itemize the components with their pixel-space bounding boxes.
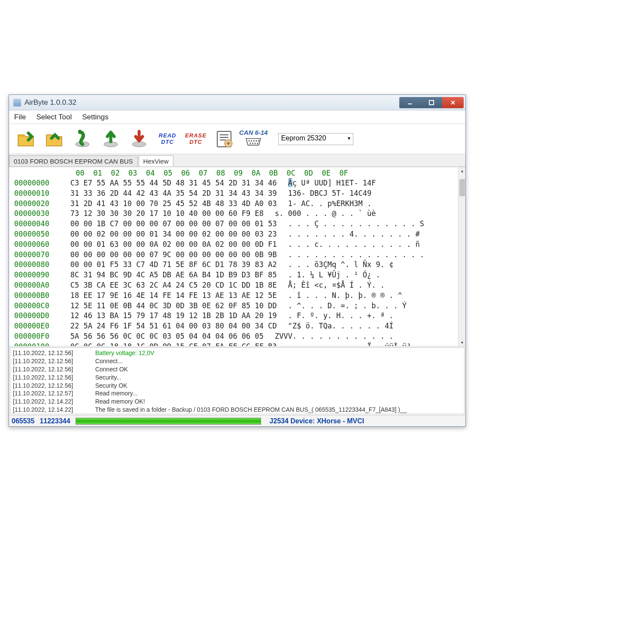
progress-bar [76,418,261,425]
tab-device[interactable]: 0103 FORD BOSCH EEPROM CAN BUS [9,155,138,167]
can-connector-button[interactable]: CAN 6-14 [239,129,268,149]
can-label: CAN 6-14 [239,129,268,136]
hex-column-header: 00 01 02 03 04 05 06 07 08 09 0A 0B 0C 0… [14,169,465,177]
hex-scrollbar[interactable]: ▲ ▼ [458,167,465,346]
hex-row[interactable]: 00000100 0C 0C 0C 18 18 1C 0D 99 15 CF 0… [14,342,465,346]
obd-connector-icon [244,136,262,149]
svg-point-13 [250,143,251,144]
svg-rect-1 [429,100,434,105]
hex-body: 00000000 C3 E7 55 AA 55 55 44 5D 48 31 4… [14,178,465,346]
toolbar: READ DTC ERASE DTC CAN 6-14 Eeprom 25320 [9,124,465,154]
log-row: [11.10.2022, 12.14.22].bin [13,414,462,414]
hex-row[interactable]: 00000080 00 00 01 F5 33 C7 4D 71 5E 8F 6… [14,260,465,270]
scroll-thumb[interactable] [459,179,465,196]
scroll-up-icon[interactable]: ▲ [459,167,465,174]
hex-row[interactable]: 000000E0 22 5A 24 F6 1F 54 51 61 04 00 0… [14,321,465,331]
app-window: AirByte 1.0.0.32 File Select Tool Settin… [9,94,466,427]
statusbar: 065535 11223344 J2534 Device: XHorse - M… [9,415,465,426]
svg-point-8 [249,140,250,141]
menu-file[interactable]: File [14,113,26,122]
hex-row[interactable]: 00000050 00 00 02 00 00 00 01 34 00 00 0… [14,229,465,240]
erase-dtc-button[interactable]: ERASE DTC [182,127,209,152]
hex-row[interactable]: 00000010 31 33 36 2D 44 42 43 4A 35 54 2… [14,188,465,199]
write-chip-button[interactable] [126,127,152,152]
status-device: J2534 Device: XHorse - MVCI [270,417,365,425]
window-controls [399,97,464,108]
hex-row[interactable]: 00000060 00 00 01 63 00 00 0A 02 00 00 0… [14,240,465,250]
hex-row[interactable]: 00000000 C3 E7 55 AA 55 55 44 5D 48 31 4… [14,178,465,188]
hex-row[interactable]: 000000C0 12 5E 11 0E 0B 44 0C 3D 0D 3B 0… [14,301,465,311]
hex-row[interactable]: 00000030 73 12 30 30 30 20 17 10 10 40 0… [14,209,465,219]
svg-point-9 [251,140,252,141]
menubar: File Select Tool Settings [9,110,465,124]
eeprom-select[interactable]: Eeprom 25320 [278,133,353,145]
chip-info-button[interactable] [69,127,96,152]
log-row: [11.10.2022, 12.12.56] Security... [13,374,462,382]
close-button[interactable] [442,97,464,108]
svg-point-16 [257,143,258,144]
log-panel[interactable]: [11.10.2022, 12.12.56] Battery voltage: … [10,347,465,414]
read-chip-button[interactable] [97,127,124,152]
status-value-1: 065535 [12,417,34,425]
svg-rect-0 [408,103,412,104]
minimize-button[interactable] [399,97,421,108]
svg-point-5 [132,142,146,147]
hex-row[interactable]: 000000A0 C5 3B CA EE 3C 63 2C A4 24 C5 2… [14,280,465,291]
tab-strip: 0103 FORD BOSCH EEPROM CAN BUS HexView [9,154,465,167]
log-row: [11.10.2022, 12.12.56] Connect... [13,357,462,365]
svg-point-11 [256,140,257,141]
hex-row[interactable]: 00000040 00 00 1B C7 00 00 00 07 00 00 0… [14,219,465,229]
open-folder-button[interactable] [12,127,39,152]
svg-point-15 [255,143,256,144]
scroll-down-icon[interactable]: ▼ [459,339,465,346]
window-title: AirByte 1.0.0.32 [24,98,399,107]
hex-viewer[interactable]: 00 01 02 03 04 05 06 07 08 09 0A 0B 0C 0… [9,167,465,346]
log-row: [11.10.2022, 12.12.56] Battery voltage: … [13,349,462,357]
hex-row[interactable]: 000000B0 18 EE 17 9E 16 4E 14 FE 14 FE 1… [14,291,465,301]
maximize-button[interactable] [421,97,442,108]
menu-settings[interactable]: Settings [82,113,108,122]
read-dtc-button[interactable]: READ DTC [154,127,181,152]
menu-select-tool[interactable]: Select Tool [36,113,72,122]
log-row: [11.10.2022, 12.14.22] Read memory OK! [13,398,462,406]
manual-button[interactable] [211,127,237,152]
hex-row[interactable]: 00000070 00 00 00 00 00 00 07 9C 00 00 0… [14,250,465,260]
hex-row[interactable]: 00000090 8C 31 94 BC 9D 4C A5 DB AE 6A B… [14,270,465,280]
hex-row[interactable]: 000000D0 12 46 13 BA 15 79 17 48 19 12 1… [14,311,465,321]
hex-row[interactable]: 000000F0 5A 56 56 56 0C 0C 0C 03 05 04 0… [14,331,465,342]
log-row: [11.10.2022, 12.14.22] The file is saved… [13,406,462,414]
save-folder-button[interactable] [41,127,67,152]
hex-row[interactable]: 00000020 31 2D 41 43 10 00 70 25 45 52 4… [14,199,465,209]
log-row: [11.10.2022, 12.12.56] Security OK [13,382,462,390]
svg-point-10 [253,140,255,141]
svg-point-14 [252,143,254,144]
svg-point-12 [258,140,260,141]
status-value-2: 11223344 [39,417,70,425]
tab-hexview[interactable]: HexView [139,155,173,167]
app-icon [13,99,21,106]
log-row: [11.10.2022, 12.12.56] Connect OK [13,365,462,374]
titlebar: AirByte 1.0.0.32 [9,95,465,110]
svg-point-3 [78,130,82,133]
eeprom-value: Eeprom 25320 [281,134,326,142]
log-row: [11.10.2022, 12.12.57] Read memory... [13,389,462,398]
